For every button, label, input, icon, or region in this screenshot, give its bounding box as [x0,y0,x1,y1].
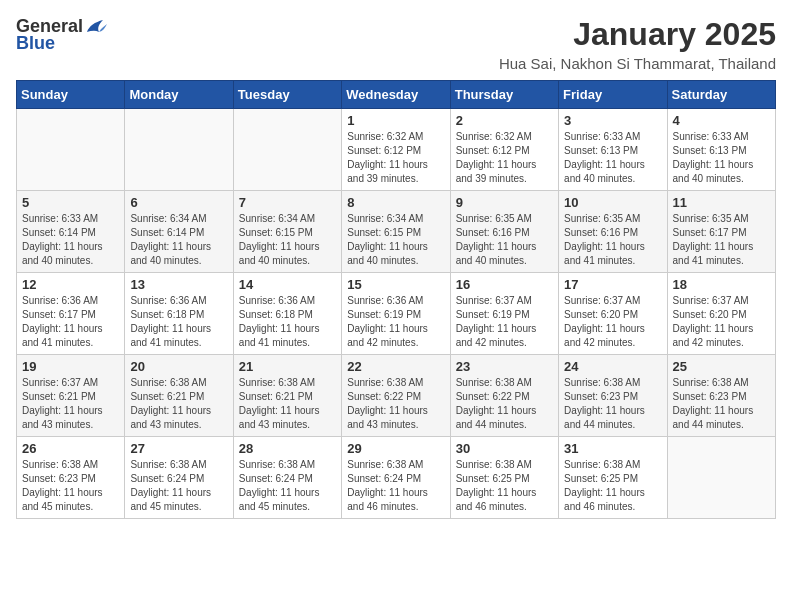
day-info: Sunrise: 6:37 AMSunset: 6:19 PMDaylight:… [456,294,553,350]
month-title: January 2025 [499,16,776,53]
calendar-cell: 19Sunrise: 6:37 AMSunset: 6:21 PMDayligh… [17,355,125,437]
calendar-week-5: 26Sunrise: 6:38 AMSunset: 6:23 PMDayligh… [17,437,776,519]
calendar-cell: 6Sunrise: 6:34 AMSunset: 6:14 PMDaylight… [125,191,233,273]
calendar-cell: 13Sunrise: 6:36 AMSunset: 6:18 PMDayligh… [125,273,233,355]
day-number: 29 [347,441,444,456]
day-number: 20 [130,359,227,374]
calendar-cell: 24Sunrise: 6:38 AMSunset: 6:23 PMDayligh… [559,355,667,437]
day-info: Sunrise: 6:33 AMSunset: 6:13 PMDaylight:… [564,130,661,186]
day-info: Sunrise: 6:37 AMSunset: 6:21 PMDaylight:… [22,376,119,432]
calendar-cell: 9Sunrise: 6:35 AMSunset: 6:16 PMDaylight… [450,191,558,273]
day-number: 1 [347,113,444,128]
day-number: 19 [22,359,119,374]
day-number: 11 [673,195,770,210]
calendar-cell [233,109,341,191]
day-number: 5 [22,195,119,210]
day-number: 18 [673,277,770,292]
calendar-cell: 10Sunrise: 6:35 AMSunset: 6:16 PMDayligh… [559,191,667,273]
day-number: 3 [564,113,661,128]
day-info: Sunrise: 6:38 AMSunset: 6:25 PMDaylight:… [456,458,553,514]
calendar-cell: 25Sunrise: 6:38 AMSunset: 6:23 PMDayligh… [667,355,775,437]
day-number: 14 [239,277,336,292]
day-number: 12 [22,277,119,292]
calendar-week-1: 1Sunrise: 6:32 AMSunset: 6:12 PMDaylight… [17,109,776,191]
day-number: 10 [564,195,661,210]
day-number: 27 [130,441,227,456]
logo: General Blue [16,16,107,54]
calendar-cell: 17Sunrise: 6:37 AMSunset: 6:20 PMDayligh… [559,273,667,355]
day-info: Sunrise: 6:34 AMSunset: 6:15 PMDaylight:… [347,212,444,268]
calendar-cell: 5Sunrise: 6:33 AMSunset: 6:14 PMDaylight… [17,191,125,273]
calendar-cell [667,437,775,519]
day-info: Sunrise: 6:38 AMSunset: 6:24 PMDaylight:… [130,458,227,514]
calendar-cell: 14Sunrise: 6:36 AMSunset: 6:18 PMDayligh… [233,273,341,355]
day-info: Sunrise: 6:38 AMSunset: 6:22 PMDaylight:… [347,376,444,432]
day-info: Sunrise: 6:35 AMSunset: 6:16 PMDaylight:… [456,212,553,268]
day-info: Sunrise: 6:32 AMSunset: 6:12 PMDaylight:… [456,130,553,186]
calendar-cell: 26Sunrise: 6:38 AMSunset: 6:23 PMDayligh… [17,437,125,519]
logo-blue-text: Blue [16,33,55,54]
calendar-cell: 21Sunrise: 6:38 AMSunset: 6:21 PMDayligh… [233,355,341,437]
day-info: Sunrise: 6:34 AMSunset: 6:14 PMDaylight:… [130,212,227,268]
day-info: Sunrise: 6:38 AMSunset: 6:23 PMDaylight:… [673,376,770,432]
weekday-header-friday: Friday [559,81,667,109]
day-info: Sunrise: 6:38 AMSunset: 6:22 PMDaylight:… [456,376,553,432]
day-number: 2 [456,113,553,128]
day-number: 16 [456,277,553,292]
calendar-table: SundayMondayTuesdayWednesdayThursdayFrid… [16,80,776,519]
day-number: 13 [130,277,227,292]
calendar-cell: 1Sunrise: 6:32 AMSunset: 6:12 PMDaylight… [342,109,450,191]
weekday-header-monday: Monday [125,81,233,109]
day-info: Sunrise: 6:34 AMSunset: 6:15 PMDaylight:… [239,212,336,268]
location-title: Hua Sai, Nakhon Si Thammarat, Thailand [499,55,776,72]
day-number: 4 [673,113,770,128]
day-info: Sunrise: 6:37 AMSunset: 6:20 PMDaylight:… [564,294,661,350]
day-info: Sunrise: 6:38 AMSunset: 6:23 PMDaylight:… [564,376,661,432]
day-number: 26 [22,441,119,456]
day-number: 7 [239,195,336,210]
title-block: January 2025 Hua Sai, Nakhon Si Thammara… [499,16,776,72]
calendar-cell: 4Sunrise: 6:33 AMSunset: 6:13 PMDaylight… [667,109,775,191]
day-info: Sunrise: 6:36 AMSunset: 6:18 PMDaylight:… [130,294,227,350]
day-number: 9 [456,195,553,210]
day-number: 23 [456,359,553,374]
calendar-cell: 27Sunrise: 6:38 AMSunset: 6:24 PMDayligh… [125,437,233,519]
day-info: Sunrise: 6:37 AMSunset: 6:20 PMDaylight:… [673,294,770,350]
page-header: General Blue January 2025 Hua Sai, Nakho… [16,16,776,72]
calendar-cell: 30Sunrise: 6:38 AMSunset: 6:25 PMDayligh… [450,437,558,519]
calendar-week-3: 12Sunrise: 6:36 AMSunset: 6:17 PMDayligh… [17,273,776,355]
calendar-cell: 18Sunrise: 6:37 AMSunset: 6:20 PMDayligh… [667,273,775,355]
day-number: 31 [564,441,661,456]
day-info: Sunrise: 6:36 AMSunset: 6:17 PMDaylight:… [22,294,119,350]
day-info: Sunrise: 6:38 AMSunset: 6:24 PMDaylight:… [347,458,444,514]
weekday-header-wednesday: Wednesday [342,81,450,109]
calendar-cell [125,109,233,191]
day-info: Sunrise: 6:32 AMSunset: 6:12 PMDaylight:… [347,130,444,186]
calendar-cell: 28Sunrise: 6:38 AMSunset: 6:24 PMDayligh… [233,437,341,519]
weekday-header-saturday: Saturday [667,81,775,109]
calendar-cell: 2Sunrise: 6:32 AMSunset: 6:12 PMDaylight… [450,109,558,191]
calendar-week-2: 5Sunrise: 6:33 AMSunset: 6:14 PMDaylight… [17,191,776,273]
day-number: 24 [564,359,661,374]
day-info: Sunrise: 6:35 AMSunset: 6:17 PMDaylight:… [673,212,770,268]
calendar-header-row: SundayMondayTuesdayWednesdayThursdayFrid… [17,81,776,109]
calendar-cell: 31Sunrise: 6:38 AMSunset: 6:25 PMDayligh… [559,437,667,519]
logo-bird-icon [85,18,107,36]
day-number: 6 [130,195,227,210]
day-info: Sunrise: 6:33 AMSunset: 6:13 PMDaylight:… [673,130,770,186]
calendar-cell [17,109,125,191]
day-number: 21 [239,359,336,374]
day-info: Sunrise: 6:38 AMSunset: 6:21 PMDaylight:… [130,376,227,432]
day-info: Sunrise: 6:36 AMSunset: 6:19 PMDaylight:… [347,294,444,350]
calendar-cell: 16Sunrise: 6:37 AMSunset: 6:19 PMDayligh… [450,273,558,355]
day-number: 28 [239,441,336,456]
calendar-cell: 22Sunrise: 6:38 AMSunset: 6:22 PMDayligh… [342,355,450,437]
calendar-cell: 7Sunrise: 6:34 AMSunset: 6:15 PMDaylight… [233,191,341,273]
weekday-header-sunday: Sunday [17,81,125,109]
day-info: Sunrise: 6:35 AMSunset: 6:16 PMDaylight:… [564,212,661,268]
calendar-week-4: 19Sunrise: 6:37 AMSunset: 6:21 PMDayligh… [17,355,776,437]
calendar-cell: 20Sunrise: 6:38 AMSunset: 6:21 PMDayligh… [125,355,233,437]
day-info: Sunrise: 6:36 AMSunset: 6:18 PMDaylight:… [239,294,336,350]
day-number: 8 [347,195,444,210]
day-number: 30 [456,441,553,456]
